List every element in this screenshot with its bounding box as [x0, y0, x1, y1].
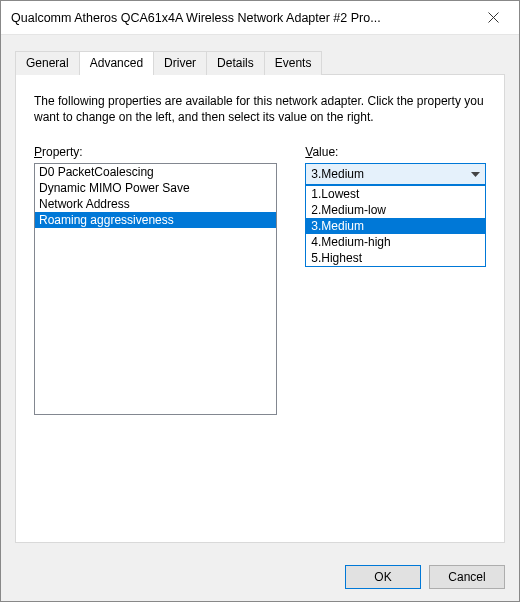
panel-description: The following properties are available f… [34, 93, 486, 125]
dropdown-item[interactable]: 4.Medium-high [306, 234, 485, 250]
tab-panel-advanced: The following properties are available f… [15, 74, 505, 543]
tab-driver[interactable]: Driver [153, 51, 207, 75]
dropdown-item[interactable]: 3.Medium [306, 218, 485, 234]
tab-details[interactable]: Details [206, 51, 265, 75]
property-listbox[interactable]: D0 PacketCoalescing Dynamic MIMO Power S… [34, 163, 277, 415]
list-item[interactable]: Network Address [35, 196, 276, 212]
combobox-selected-text: 3.Medium [311, 167, 467, 181]
properties-window: Qualcomm Atheros QCA61x4A Wireless Netwo… [0, 0, 520, 602]
dropdown-item[interactable]: 2.Medium-low [306, 202, 485, 218]
content-area: General Advanced Driver Details Events T… [1, 35, 519, 555]
dropdown-item[interactable]: 1.Lowest [306, 186, 485, 202]
cancel-button[interactable]: Cancel [429, 565, 505, 589]
close-button[interactable] [471, 3, 515, 33]
list-item[interactable]: Roaming aggressiveness [35, 212, 276, 228]
ok-button[interactable]: OK [345, 565, 421, 589]
value-label: Value: [305, 145, 486, 159]
property-column: Property: D0 PacketCoalescing Dynamic MI… [34, 145, 277, 415]
value-column: Value: 3.Medium 1.Lowest 2.Medium-low 3.… [305, 145, 486, 415]
close-icon [488, 12, 499, 23]
property-label: Property: [34, 145, 277, 159]
dialog-button-row: OK Cancel [1, 555, 519, 601]
list-item[interactable]: D0 PacketCoalescing [35, 164, 276, 180]
value-dropdown-list[interactable]: 1.Lowest 2.Medium-low 3.Medium 4.Medium-… [305, 185, 486, 267]
window-title: Qualcomm Atheros QCA61x4A Wireless Netwo… [11, 11, 471, 25]
tab-events[interactable]: Events [264, 51, 323, 75]
list-item[interactable]: Dynamic MIMO Power Save [35, 180, 276, 196]
tab-general[interactable]: General [15, 51, 80, 75]
columns: Property: D0 PacketCoalescing Dynamic MI… [34, 145, 486, 415]
dropdown-item[interactable]: 5.Highest [306, 250, 485, 266]
tab-advanced[interactable]: Advanced [79, 51, 154, 75]
tabstrip: General Advanced Driver Details Events [15, 51, 505, 75]
value-combobox[interactable]: 3.Medium [305, 163, 486, 185]
chevron-down-icon [467, 165, 483, 183]
titlebar: Qualcomm Atheros QCA61x4A Wireless Netwo… [1, 1, 519, 35]
